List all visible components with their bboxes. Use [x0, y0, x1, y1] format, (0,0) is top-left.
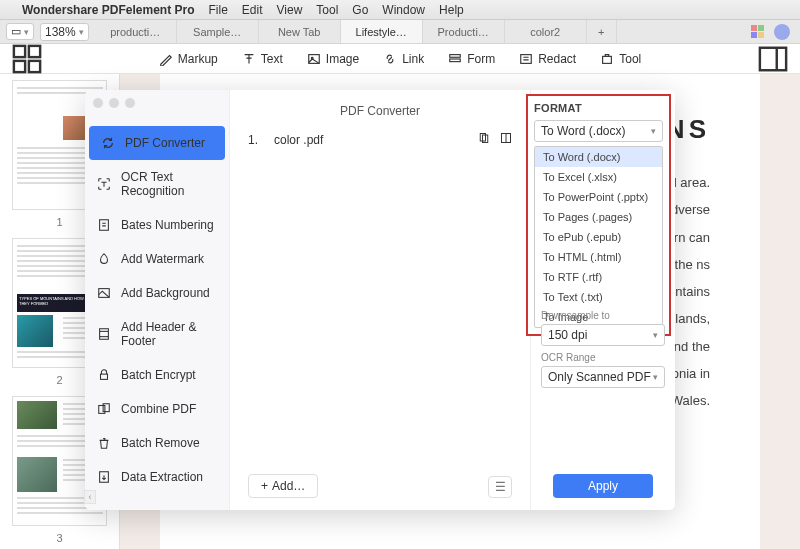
- svg-rect-17: [101, 374, 108, 379]
- svg-rect-2: [14, 60, 25, 71]
- pdf-converter-modal: PDF Converter OCR Text Recognition Bates…: [85, 90, 675, 510]
- tool-form[interactable]: Form: [448, 52, 495, 66]
- thumbnail-number-3: 3: [0, 532, 119, 544]
- menu-go[interactable]: Go: [352, 3, 368, 17]
- svg-rect-18: [99, 406, 105, 414]
- sidebar-item-encrypt[interactable]: Batch Encrypt: [85, 358, 229, 392]
- svg-rect-10: [760, 47, 786, 70]
- tool-link[interactable]: Link: [383, 52, 424, 66]
- sidebar-collapse-handle[interactable]: ‹: [84, 490, 96, 504]
- file-settings-icon[interactable]: [500, 132, 512, 147]
- tab-lifestyle[interactable]: Lifestyle…: [341, 20, 423, 43]
- sidebar-item-watermark[interactable]: Add Watermark: [85, 242, 229, 276]
- svg-rect-12: [100, 220, 109, 231]
- sidebar-item-background[interactable]: Add Background: [85, 276, 229, 310]
- svg-rect-0: [14, 45, 25, 56]
- converter-file-list: PDF Converter 1. color .pdf +Add… ☰: [230, 90, 530, 510]
- thumbnail-view-selector[interactable]: ▭▾: [6, 23, 34, 40]
- format-dropdown-list: To Word (.docx) To Excel (.xlsx) To Powe…: [534, 146, 663, 328]
- sidebar-item-combine[interactable]: Combine PDF: [85, 392, 229, 426]
- downsample-select[interactable]: 150 dpi▾: [541, 324, 665, 346]
- new-tab-button[interactable]: +: [587, 20, 617, 43]
- svg-rect-24: [506, 134, 511, 143]
- sidebar-item-header-footer[interactable]: Add Header & Footer: [85, 310, 229, 358]
- tool-text[interactable]: Text: [242, 52, 283, 66]
- tab-sample[interactable]: Sample…: [177, 20, 259, 43]
- format-highlight-box: FORMAT To Word (.docx)▾ To Word (.docx) …: [526, 94, 671, 336]
- file-number: 1.: [248, 133, 274, 147]
- user-avatar[interactable]: [774, 24, 790, 40]
- menu-window[interactable]: Window: [382, 3, 425, 17]
- sidebar-item-ocr[interactable]: OCR Text Recognition: [85, 160, 229, 208]
- ocr-range-label: OCR Range: [541, 352, 665, 363]
- format-option-pages[interactable]: To Pages (.pages): [535, 207, 662, 227]
- format-option-rtf[interactable]: To RTF (.rtf): [535, 267, 662, 287]
- main-toolbar: Markup Text Image Link Form Redact Tool: [0, 44, 800, 74]
- zoom-selector[interactable]: 138%▾: [40, 23, 89, 41]
- tab-productions[interactable]: producti…: [95, 20, 177, 43]
- svg-rect-9: [603, 56, 612, 63]
- menu-tool[interactable]: Tool: [316, 3, 338, 17]
- sidebar-item-pdf-converter[interactable]: PDF Converter: [89, 126, 225, 160]
- format-label: FORMAT: [534, 102, 663, 114]
- svg-rect-19: [103, 404, 109, 412]
- file-pages-icon[interactable]: [478, 132, 490, 147]
- list-options-button[interactable]: ☰: [488, 476, 512, 498]
- ocr-range-select[interactable]: Only Scanned PDF▾: [541, 366, 665, 388]
- format-option-epub[interactable]: To ePub (.epub): [535, 227, 662, 247]
- format-option-powerpoint[interactable]: To PowerPoint (.pptx): [535, 187, 662, 207]
- format-option-excel[interactable]: To Excel (.xlsx): [535, 167, 662, 187]
- modal-title: PDF Converter: [230, 98, 530, 124]
- add-file-button[interactable]: +Add…: [248, 474, 318, 498]
- app-name[interactable]: Wondershare PDFelement Pro: [22, 3, 195, 17]
- converter-sidebar: PDF Converter OCR Text Recognition Bates…: [85, 90, 230, 510]
- format-option-html[interactable]: To HTML (.html): [535, 247, 662, 267]
- svg-rect-8: [521, 54, 532, 63]
- tab-new[interactable]: New Tab: [259, 20, 341, 43]
- window-traffic-lights[interactable]: [93, 98, 135, 108]
- file-row[interactable]: 1. color .pdf: [230, 124, 530, 155]
- apply-button[interactable]: Apply: [553, 474, 653, 498]
- macos-menu-bar: Wondershare PDFelement Pro File Edit Vie…: [0, 0, 800, 20]
- menu-file[interactable]: File: [209, 3, 228, 17]
- tool-redact[interactable]: Redact: [519, 52, 576, 66]
- tool-tool[interactable]: Tool: [600, 52, 641, 66]
- svg-rect-1: [29, 45, 40, 56]
- sidebar-item-bates[interactable]: Bates Numbering: [85, 208, 229, 242]
- tool-markup[interactable]: Markup: [159, 52, 218, 66]
- format-select[interactable]: To Word (.docx)▾: [534, 120, 663, 142]
- svg-rect-14: [100, 329, 109, 340]
- downsample-label: Downsample to: [541, 310, 665, 321]
- tool-image[interactable]: Image: [307, 52, 359, 66]
- document-tab-bar: ▭▾ 138%▾ producti… Sample… New Tab Lifes…: [0, 20, 800, 44]
- svg-rect-3: [29, 60, 40, 71]
- sidebar-item-remove[interactable]: Batch Remove: [85, 426, 229, 460]
- app-grid-icon[interactable]: [751, 25, 764, 38]
- tab-producti2[interactable]: Producti…: [423, 20, 505, 43]
- layout-icon[interactable]: [12, 44, 42, 74]
- format-option-word[interactable]: To Word (.docx): [535, 147, 662, 167]
- menu-edit[interactable]: Edit: [242, 3, 263, 17]
- converter-options-panel: FORMAT To Word (.docx)▾ To Word (.docx) …: [530, 90, 675, 510]
- side-panel-toggle-icon[interactable]: [758, 44, 788, 74]
- menu-view[interactable]: View: [277, 3, 303, 17]
- svg-rect-7: [450, 59, 461, 62]
- svg-rect-6: [450, 54, 461, 57]
- sidebar-item-extraction[interactable]: Data Extraction: [85, 460, 229, 494]
- file-name: color .pdf: [274, 133, 478, 147]
- menu-help[interactable]: Help: [439, 3, 464, 17]
- tab-color2[interactable]: color2: [505, 20, 587, 43]
